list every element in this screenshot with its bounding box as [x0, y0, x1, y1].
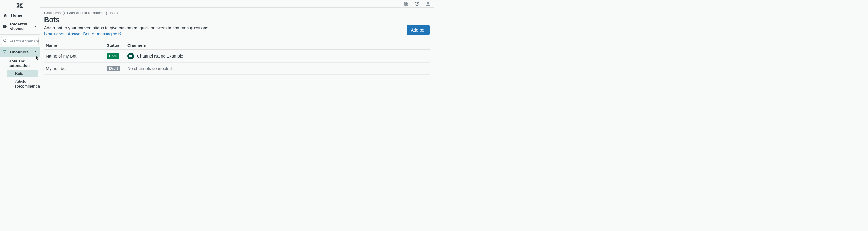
- svg-rect-3: [406, 2, 408, 3]
- add-bot-button[interactable]: Add bot: [407, 25, 430, 35]
- zendesk-logo-icon: [17, 3, 23, 8]
- svg-rect-4: [404, 4, 405, 5]
- svg-rect-5: [406, 4, 408, 5]
- main: Channels ❯ Bots and automation ❯ Bots Bo…: [40, 0, 434, 116]
- no-channels-text: No channels connected: [127, 66, 172, 71]
- subnav-heading-bots-automation: Bots and automation: [0, 57, 39, 69]
- desc-text: Add a bot to your conversations to give …: [44, 26, 209, 30]
- svg-rect-2: [404, 2, 405, 3]
- nav-home-label: Home: [11, 13, 23, 17]
- learn-link-text: Learn about Answer Bot for messaging: [44, 32, 117, 36]
- nav-group-channels[interactable]: Channels: [0, 47, 39, 57]
- sidebar: Home Recently viewed: [0, 0, 40, 116]
- row-name: My first bot: [44, 66, 107, 71]
- apps-icon[interactable]: [403, 1, 409, 7]
- profile-icon[interactable]: [425, 1, 431, 7]
- chevron-right-icon: ❯: [105, 11, 108, 15]
- search-box: [1, 37, 39, 45]
- topbar: [40, 0, 434, 8]
- crumb-bots[interactable]: Bots: [110, 11, 118, 15]
- channels-icon: [2, 49, 7, 54]
- chevron-right-icon: ❯: [63, 11, 65, 15]
- bots-table: Name Status Channels Name of my Bot Live…: [44, 41, 430, 75]
- help-icon[interactable]: [414, 1, 420, 7]
- crumb-channels[interactable]: Channels: [44, 11, 61, 15]
- channel-name: Channel Name Example: [137, 54, 183, 59]
- crumb-bots-automation[interactable]: Bots and automation: [67, 11, 103, 15]
- nav-recent-label: Recently viewed: [10, 22, 31, 31]
- breadcrumb: Channels ❯ Bots and automation ❯ Bots: [44, 11, 430, 15]
- status-badge: Live: [107, 53, 119, 59]
- subnav-item-article-recommendations[interactable]: Article Recommendations: [7, 78, 38, 91]
- svg-point-1: [4, 39, 6, 42]
- table-row[interactable]: Name of my Bot Live Channel Name Example: [44, 50, 430, 63]
- subnav: Bots and automation Bots Article Recomme…: [0, 57, 39, 91]
- nav-recently-viewed[interactable]: Recently viewed: [0, 20, 39, 33]
- table-header: Name Status Channels: [44, 41, 430, 50]
- svg-point-8: [427, 2, 429, 4]
- clock-icon: [2, 24, 7, 29]
- learn-link[interactable]: Learn about Answer Bot for messaging: [44, 32, 121, 36]
- home-icon: [2, 13, 8, 17]
- row-name: Name of my Bot: [44, 54, 107, 59]
- external-link-icon: [118, 31, 121, 37]
- chevron-up-icon: [34, 50, 37, 54]
- page-description: Add a bot to your conversations to give …: [44, 25, 214, 37]
- content: Channels ❯ Bots and automation ❯ Bots Bo…: [40, 8, 434, 116]
- page-title: Bots: [44, 16, 430, 24]
- divider: [0, 34, 39, 35]
- col-name: Name: [44, 43, 107, 48]
- nav-group-label: Channels: [10, 50, 29, 54]
- chat-icon: [127, 53, 134, 60]
- logo: [0, 2, 39, 9]
- col-status: Status: [107, 43, 127, 48]
- subnav-item-bots[interactable]: Bots: [7, 70, 38, 77]
- table-row[interactable]: My first bot Draft No channels connected: [44, 63, 430, 75]
- chevron-down-icon: [34, 24, 37, 29]
- status-badge: Draft: [107, 66, 120, 71]
- nav-home[interactable]: Home: [0, 11, 39, 20]
- search-icon: [3, 38, 7, 44]
- col-channels: Channels: [127, 43, 430, 48]
